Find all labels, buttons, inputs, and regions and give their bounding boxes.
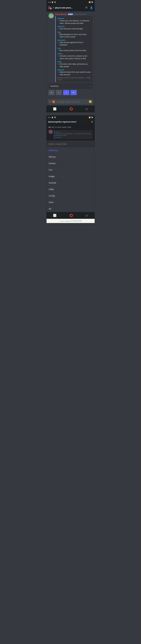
command-embed: balance Check your coin balance, or some… [55, 16, 93, 82]
dropdown-item-memey-label: Memey [49, 156, 56, 158]
preview-message-sender: Ox: [48, 126, 51, 128]
profile-icon[interactable]: 👤 [90, 6, 93, 9]
pagination-bar: « ‹ › » [48, 90, 93, 95]
top-nav: 1 # play-to-win-prem... #⃣ 👤 [46, 4, 94, 12]
dropdown-item-currency[interactable]: Currency [46, 147, 94, 154]
cmd-crime-desc: Commit a crime for a chance to win some … [58, 55, 91, 60]
channel-hash-icon: # [53, 6, 54, 9]
top-nav-icons: #⃣ 👤 [86, 6, 93, 9]
dropdown-list: Currency Memey Games Fun Image Animals U… [46, 147, 94, 212]
cmd-blackjack-name: blackjack [58, 39, 91, 41]
dropdown-item-games-label: Games [49, 162, 56, 164]
cmd-daily-name: daily [58, 61, 91, 63]
message-input-bar[interactable]: + 🎁 Message #play-to-win-prem... 😊 [48, 99, 94, 104]
preview-channel-header: Epistemophilics #general-chat-2 ⚙ [46, 119, 94, 124]
hamburger-menu-button[interactable]: 1 [48, 7, 51, 9]
cmd-beg-desc: Beg strangers for coins, and some items … [58, 33, 91, 38]
bot-message: 🐸 Dank Memer ✓ BOT Today at 8:45 PM bala… [48, 13, 93, 82]
avatar: 🐸 [48, 13, 54, 18]
status-bar-1: ٨:١٥ ⏰ 🔋 📶 📡 [46, 0, 94, 4]
preview-message-text: ldk, it's more subtle I think [52, 126, 71, 128]
preview-cmd1-name: balance [56, 131, 92, 133]
emoji-picker-icon[interactable]: 😊 [89, 100, 92, 103]
dropdown-header: Make a selection [46, 140, 94, 147]
status-bar-2-right: 📶 📡 [89, 116, 93, 118]
chat-area: 🐸 Dank Memer ✓ BOT Today at 8:45 PM bala… [46, 12, 94, 98]
clock-icon-2: ⏰ [52, 116, 54, 118]
dropdown-item-utility-label: Utility [49, 188, 54, 190]
cmd-daily-desc: Get some coins daily, and build up a dai… [58, 63, 91, 68]
currency-select-label: Currency [50, 85, 58, 87]
dropdown-item-memey[interactable]: Memey [46, 154, 94, 160]
timestamp: Today at 8:45 PM [74, 14, 86, 15]
cmd-buy-desc: Buy currency items from the shop! [58, 50, 91, 52]
preview-channel-name: Epistemophilics #general-chat-2 [48, 121, 76, 123]
message-content: Dank Memer ✓ BOT Today at 8:45 PM balanc… [55, 13, 93, 82]
circle-nav-icon[interactable]: ⭕ [70, 107, 73, 110]
status-bar-2: ٨:٤١ ⏰ 🔋 📶 📡 [46, 116, 94, 119]
dropdown-title: Make a selection [49, 143, 66, 145]
message-input[interactable]: Message #play-to-win-prem... [57, 101, 87, 103]
dropdown-item-config[interactable]: Config [46, 192, 94, 199]
bottom-nav-2: ⬜ ⭕ ▷ [46, 212, 94, 219]
watermark: المسموحة خونيا بـ CamScanner [46, 219, 94, 223]
dropdown-item-nsfw-label: Nsfw [49, 201, 54, 204]
settings-icon[interactable]: ⚙ [91, 120, 93, 123]
status-bar-2-left: ٨:٤١ ⏰ 🔋 [48, 116, 56, 118]
dropdown-item-config-label: Config [49, 194, 55, 197]
dropdown-item-games[interactable]: Games [46, 160, 94, 166]
cmd-deposit-name: deposit [58, 69, 91, 71]
battery-icon-2: 🔋 [54, 116, 56, 118]
cmd-bankrob-desc: Rob someone's bank storage! [58, 28, 91, 30]
cmd-beg-name: beg [58, 31, 91, 33]
status-bar-right: 📶 📡 [89, 1, 93, 3]
channel-name: play-to-win-prem... [55, 7, 86, 9]
last-page-button[interactable]: » [70, 90, 77, 95]
battery-icon: 🔋 [54, 1, 56, 3]
circle-nav-icon-2[interactable]: ⭕ [70, 214, 73, 217]
cmd-balance-name: balance [58, 17, 91, 20]
time-display: ٨:١٥ [48, 1, 51, 3]
status-bar-left: ٨:١٥ ⏰ 🔋 [48, 1, 56, 3]
bot-badge: ✓ BOT [68, 14, 73, 15]
preview-embed: balance Check your coin balance, or some… [54, 130, 93, 139]
cmd-bankrob-name: bankrob [58, 26, 91, 28]
notification-badge: 1 [50, 8, 52, 10]
preview-cmd1-desc: Check your coin balance, or someone else… [56, 133, 92, 136]
wifi-icon-2: 📶 [89, 116, 91, 118]
dropdown-item-currency-label: Currency [49, 149, 58, 152]
play-nav-icon-2[interactable]: ▷ [86, 214, 88, 217]
dropdown-item-utility[interactable]: Utility [46, 186, 94, 192]
gift-icon[interactable]: 🎁 [52, 100, 55, 103]
dropdown-item-animals-label: Animals [49, 182, 56, 184]
prev-page-button[interactable]: ‹ [56, 90, 62, 95]
preview-chat: Ox: ldk, it's more subtle I think balanc… [46, 124, 94, 140]
watermark-text: المسموحة خونيا بـ CamScanner [59, 220, 82, 222]
plus-icon[interactable]: + [49, 100, 51, 103]
next-page-button[interactable]: › [63, 90, 69, 95]
signal-icon-2: 📡 [91, 116, 93, 118]
chevron-right-icon: › [90, 85, 91, 87]
time-display-2: ٨:٤١ [48, 116, 51, 118]
dropdown-item-animals[interactable]: Animals [46, 180, 94, 186]
cmd-balance-desc: Check your coin balance, or someone else… [58, 20, 91, 24]
wifi-icon: 📶 [89, 1, 91, 3]
currency-select-bar[interactable]: Currency › [48, 83, 93, 89]
message-header: Dank Memer ✓ BOT Today at 8:45 PM [55, 13, 93, 16]
dropdown-item-all[interactable]: All [46, 206, 94, 212]
dropdown-item-nsfw[interactable]: Nsfw [46, 199, 94, 206]
cmd-blackjack-desc: Play and bet against the bot in blackjac… [58, 41, 91, 46]
dropdown-item-image[interactable]: Image [46, 173, 94, 180]
checkmark-icon: ✓ [68, 14, 70, 15]
cmd-crime-name: crime [58, 52, 91, 55]
play-nav-icon[interactable]: ▷ [86, 107, 88, 110]
clock-icon: ⏰ [52, 1, 54, 3]
hash-pin-icon[interactable]: #⃣ [86, 6, 88, 9]
square-nav-icon-2[interactable]: ⬜ [53, 214, 56, 217]
square-nav-icon[interactable]: ⬜ [53, 107, 56, 110]
dropdown-item-fun-label: Fun [49, 168, 52, 171]
first-page-button[interactable]: « [48, 90, 55, 95]
dropdown-item-all-label: All [49, 208, 51, 210]
page-note: pls help <cmd> to see more details — Pag… [58, 77, 91, 81]
dropdown-item-fun[interactable]: Fun [46, 166, 94, 173]
